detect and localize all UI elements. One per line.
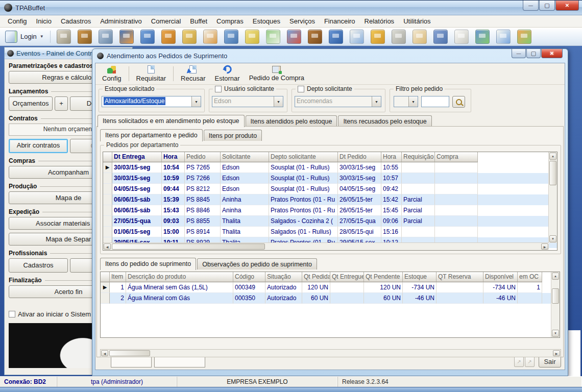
mail-open-icon[interactable]	[413, 30, 427, 44]
menu-item[interactable]: Compras	[212, 16, 248, 27]
design-icon[interactable]	[371, 30, 385, 44]
calendar-icon[interactable]	[454, 30, 469, 44]
table-link-icon[interactable]	[517, 30, 531, 44]
archive-icon[interactable]	[78, 30, 92, 44]
depto-combobox[interactable]: Encomendas	[295, 96, 381, 107]
notes-icon[interactable]	[245, 30, 259, 44]
book-icon[interactable]	[350, 30, 364, 44]
order-row[interactable]: ▶ 30/03/15-seg 10:54 PS 7265 Edson Sousp…	[103, 162, 557, 173]
order-row[interactable]: 30/03/15-seg 10:59 PS 7266 Edson Souspla…	[103, 173, 557, 184]
maximize-button[interactable]	[539, 1, 555, 11]
filtro-combo-arrow[interactable]	[408, 96, 418, 107]
column-header[interactable]: em OC	[518, 272, 542, 282]
menu-item[interactable]: Buffet	[185, 16, 212, 27]
checklist-icon[interactable]	[224, 30, 238, 44]
menu-item[interactable]: Administrativo	[95, 16, 147, 27]
menu-item[interactable]: Cadastros	[56, 16, 95, 27]
table-icon[interactable]	[140, 30, 155, 44]
dialog-maximize-button[interactable]	[526, 49, 541, 58]
column-header[interactable]: Hora	[162, 152, 185, 162]
cadastros-button[interactable]: Cadastros	[9, 258, 68, 273]
column-header[interactable]: Qt Pendente	[364, 272, 403, 282]
calculator-icon[interactable]	[433, 30, 448, 44]
menu-item[interactable]: Relatórios	[360, 16, 399, 27]
pedido-compra-button[interactable]: Pedido de Compra	[245, 64, 309, 83]
tab[interactable]: Itens atendidos pelo estoque	[246, 115, 337, 127]
filtro-tipo-combobox[interactable]	[394, 96, 418, 107]
tab[interactable]: Itens por departamento e pedido	[100, 129, 203, 141]
estoque-combo-arrow[interactable]	[191, 96, 201, 107]
depto-combo-arrow[interactable]	[372, 96, 381, 107]
items-vertical-scrollbar[interactable]: ▲ ▼	[551, 272, 560, 337]
orders-horizontal-scrollbar[interactable]: ◀ ▶	[103, 242, 549, 250]
usuario-checkbox[interactable]	[215, 86, 222, 92]
orders-vertical-scrollbar[interactable]: ▲ ▼	[548, 152, 557, 243]
depto-checkbox[interactable]	[298, 86, 304, 92]
envelope-icon[interactable]	[392, 30, 406, 44]
menu-item[interactable]: Config	[3, 16, 32, 27]
column-header[interactable]: Qt Entregue	[330, 272, 364, 282]
requisitar-button[interactable]: Requisitar	[132, 64, 171, 83]
minimize-button[interactable]	[523, 1, 539, 11]
column-header[interactable]: Depto solicitante	[269, 152, 338, 162]
column-header[interactable]: Estoque	[403, 272, 436, 282]
item-row[interactable]: ▶ 1 Água Mineral sem Gás (1,5L) 000349 A…	[101, 282, 560, 293]
recusar-button[interactable]: Recusar	[176, 64, 210, 83]
menu-item[interactable]: Comercial	[147, 16, 186, 27]
column-header[interactable]: Dt Pedido	[338, 152, 381, 162]
filtro-pedido-input[interactable]	[421, 96, 449, 107]
menu-item[interactable]: Utilitários	[399, 16, 435, 27]
tab[interactable]: Observações do pedido de suprimento	[197, 258, 317, 270]
print-icon[interactable]	[57, 30, 71, 44]
order-row[interactable]: 06/06/15-sáb 15:43 PS 8846 Aninha Pratos…	[103, 205, 557, 216]
folders-icon[interactable]	[182, 30, 197, 44]
ativar-checkbox[interactable]	[9, 311, 15, 317]
menu-item[interactable]: Financeiro	[320, 16, 360, 27]
column-header[interactable]: QT Reserva	[436, 272, 483, 282]
table-export-icon[interactable]	[287, 30, 301, 44]
column-header[interactable]: Dt Entrega	[112, 152, 162, 162]
tab[interactable]: Itens do pedido de suprimento	[100, 258, 196, 270]
filtro-search-button[interactable]	[452, 96, 465, 108]
dialog-close-button[interactable]	[541, 49, 563, 58]
tab[interactable]: Itens solicitados e em atendimento pelo …	[98, 115, 245, 127]
order-row[interactable]: 04/05/15-seg 09:44 PS 8212 Edson Souspla…	[103, 184, 557, 194]
column-header[interactable]: Hora	[381, 152, 402, 162]
menu-item[interactable]: Inicio	[32, 16, 56, 27]
column-header[interactable]: Qt Pedida	[302, 272, 330, 282]
order-row[interactable]: 01/06/15-seg 15:00 PS 8914 Thalita Salga…	[103, 227, 557, 237]
add-button[interactable]: +	[55, 96, 68, 111]
column-header[interactable]: Compra	[435, 152, 478, 162]
order-row[interactable]: 27/05/15-qua 09:03 PS 8855 Thalita Salga…	[103, 216, 557, 227]
login-dropdown-arrow[interactable]: ▼	[40, 34, 44, 39]
nav-prev-button[interactable]: ↗	[514, 356, 524, 367]
orcamentos-button[interactable]: Orçamentos	[9, 96, 53, 111]
tab[interactable]: Itens por produto	[204, 130, 262, 141]
abrir-contratos-button[interactable]: Abrir contratos	[9, 139, 68, 153]
copy-icon[interactable]	[203, 30, 217, 44]
order-row[interactable]: 06/06/15-sáb 15:39 PS 8845 Aninha Pratos…	[103, 194, 557, 205]
usuario-combo-arrow[interactable]	[274, 96, 283, 107]
column-header[interactable]: Requisição	[402, 152, 435, 162]
menu-item[interactable]: Serviços	[285, 16, 320, 27]
close-button[interactable]	[555, 1, 579, 11]
item-row[interactable]: 2 Água Mineral com Gás 000350 Autorizado…	[101, 293, 560, 304]
menu-item[interactable]: Estoques	[248, 16, 285, 27]
estoque-combobox[interactable]: Almoxarifado/Estoque	[102, 96, 201, 107]
column-header[interactable]: Código	[233, 272, 265, 282]
column-header[interactable]: Disponível	[483, 272, 518, 282]
tab[interactable]: Itens recusados pelo estoque	[338, 115, 431, 127]
column-header[interactable]: Item	[110, 272, 126, 282]
column-header[interactable]: Solicitante	[221, 152, 269, 162]
items-horizontal-scrollbar[interactable]: ◀ ▶	[100, 349, 561, 357]
user-add-icon[interactable]	[475, 30, 490, 44]
briefcase-icon[interactable]	[308, 30, 322, 44]
nav-next-button[interactable]: ↗	[525, 356, 535, 367]
users-icon[interactable]	[119, 30, 134, 44]
dialog-minimize-button[interactable]	[512, 49, 526, 58]
login-button[interactable]: Login	[20, 33, 37, 40]
usuario-combobox[interactable]: Edson	[212, 96, 283, 107]
tools-icon[interactable]	[99, 30, 113, 44]
column-header[interactable]: Pedido	[185, 152, 221, 162]
database-icon[interactable]	[329, 30, 343, 44]
